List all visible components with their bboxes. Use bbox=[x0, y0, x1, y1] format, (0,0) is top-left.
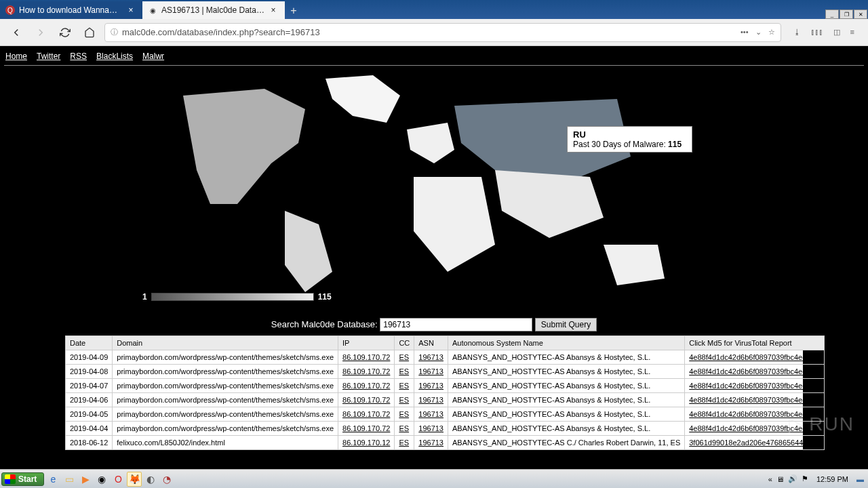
col-asn[interactable]: ASN bbox=[414, 336, 448, 350]
col-md5[interactable]: Click Md5 for VirusTotal Report bbox=[685, 336, 825, 350]
cell-asn[interactable]: 196713 bbox=[414, 350, 448, 365]
cell-cc[interactable]: ES bbox=[395, 379, 414, 393]
cell-ip[interactable]: 86.109.170.72 bbox=[338, 407, 395, 422]
world-map[interactable] bbox=[129, 68, 739, 306]
taskbar-chrome-icon[interactable]: ◉ bbox=[94, 472, 109, 487]
bookmark-icon[interactable]: ☆ bbox=[768, 28, 775, 37]
submit-query-button[interactable]: Submit Query bbox=[535, 318, 597, 331]
taskbar-explorer-icon[interactable]: ▭ bbox=[62, 472, 77, 487]
cell-ip[interactable]: 86.109.170.72 bbox=[338, 365, 395, 379]
start-button[interactable]: Start bbox=[1, 472, 44, 486]
cell-ip[interactable]: 86.109.170.12 bbox=[338, 436, 395, 450]
table-row: 2019-04-04primaybordon.com/wordpress/wp-… bbox=[66, 422, 825, 436]
library-icon[interactable]: ⫿⫿⫿ bbox=[811, 28, 823, 37]
tray-desktop-icon[interactable]: ▬ bbox=[856, 475, 864, 483]
col-asname[interactable]: Autonomous System Name bbox=[448, 336, 685, 350]
cell-md5[interactable]: 4e88f4d1dc42d6b6f0897039fbc4edc0 bbox=[685, 365, 825, 379]
cell-md5[interactable]: 4e88f4d1dc42d6b6f0897039fbc4edc0 bbox=[685, 422, 825, 436]
forward-button[interactable] bbox=[31, 23, 50, 42]
tray-clock[interactable]: 12:59 PM bbox=[812, 475, 852, 483]
cell-md5[interactable]: 4e88f4d1dc42d6b6f0897039fbc4edc0 bbox=[685, 393, 825, 407]
map-region-greenland[interactable] bbox=[326, 75, 400, 123]
browser-tab-inactive[interactable]: Q How to download WannaCry for t × bbox=[0, 1, 142, 19]
taskbar-app2-icon[interactable]: ◔ bbox=[159, 472, 174, 487]
maximize-button[interactable]: ❐ bbox=[840, 9, 853, 19]
tray-expand-icon[interactable]: « bbox=[768, 475, 772, 483]
home-button[interactable] bbox=[80, 23, 99, 42]
nav-right-actions: ⭳ ⫿⫿⫿ ◫ ≡ bbox=[787, 28, 861, 37]
map-region-africa[interactable] bbox=[414, 177, 495, 272]
taskbar: Start e ▭ ▶ ◉ O 🦊 ◐ ◔ « 🖥 🔊 ⚑ 12:59 PM ▬ bbox=[0, 469, 868, 488]
map-region-na[interactable] bbox=[183, 89, 305, 204]
table-row: 2019-04-05primaybordon.com/wordpress/wp-… bbox=[66, 407, 825, 422]
pocket-icon[interactable]: ⌄ bbox=[755, 28, 762, 37]
cell-asn[interactable]: 196713 bbox=[414, 407, 448, 422]
cell-cc[interactable]: ES bbox=[395, 350, 414, 365]
cell-ip[interactable]: 86.109.170.72 bbox=[338, 350, 395, 365]
url-bar[interactable]: ⓘ ••• ⌄ ☆ bbox=[104, 23, 781, 42]
cell-md5[interactable]: 3f061d99018e2ad206e47686564455d6 bbox=[685, 436, 825, 450]
cell-ip[interactable]: 86.109.170.72 bbox=[338, 422, 395, 436]
cell-asn[interactable]: 196713 bbox=[414, 379, 448, 393]
browser-tab-active[interactable]: ◉ AS196713 | Malc0de Database × bbox=[142, 1, 285, 19]
map-region-au[interactable] bbox=[604, 245, 665, 285]
map-region-eu[interactable] bbox=[407, 123, 454, 163]
more-icon[interactable]: ••• bbox=[741, 28, 749, 37]
close-icon[interactable]: × bbox=[269, 5, 278, 15]
reload-button[interactable] bbox=[56, 23, 75, 42]
minimize-button[interactable]: _ bbox=[825, 9, 839, 19]
cell-asn[interactable]: 196713 bbox=[414, 436, 448, 450]
page-viewport[interactable]: Home Twitter RSS BlackLists Malwr RU Pas… bbox=[0, 46, 868, 469]
col-cc[interactable]: CC bbox=[395, 336, 414, 350]
windows-logo-icon bbox=[5, 474, 16, 484]
cell-md5[interactable]: 4e88f4d1dc42d6b6f0897039fbc4edc0 bbox=[685, 379, 825, 393]
cell-date: 2019-04-09 bbox=[66, 350, 113, 365]
search-input[interactable] bbox=[380, 318, 532, 331]
col-date[interactable]: Date bbox=[66, 336, 113, 350]
tray-flag-icon[interactable]: ⚑ bbox=[802, 474, 808, 483]
close-window-button[interactable]: ✕ bbox=[854, 9, 867, 19]
tray-network-icon[interactable]: 🖥 bbox=[776, 475, 784, 483]
taskbar-firefox-icon[interactable]: 🦊 bbox=[127, 472, 142, 487]
cell-cc[interactable]: ES bbox=[395, 436, 414, 450]
cell-ip[interactable]: 86.109.170.72 bbox=[338, 379, 395, 393]
taskbar-ie-icon[interactable]: e bbox=[45, 472, 60, 487]
taskbar-app-icon[interactable]: ◐ bbox=[143, 472, 158, 487]
taskbar-media-icon[interactable]: ▶ bbox=[78, 472, 93, 487]
cell-date: 2019-04-07 bbox=[66, 379, 113, 393]
map-region-sa[interactable] bbox=[285, 211, 332, 292]
taskbar-opera-icon[interactable]: O bbox=[111, 472, 125, 487]
nav-rss[interactable]: RSS bbox=[70, 52, 87, 61]
col-domain[interactable]: Domain bbox=[113, 336, 338, 350]
cell-cc[interactable]: ES bbox=[395, 365, 414, 379]
nav-blacklists[interactable]: BlackLists bbox=[96, 52, 133, 61]
cell-cc[interactable]: ES bbox=[395, 422, 414, 436]
map-region-asia[interactable] bbox=[495, 170, 604, 238]
nav-home[interactable]: Home bbox=[5, 52, 27, 61]
new-tab-button[interactable]: + bbox=[285, 3, 302, 19]
sidebar-icon[interactable]: ◫ bbox=[833, 28, 840, 37]
cell-asname: ABANSYS_AND_HOSTYTEC-AS Abansys & Hostyt… bbox=[448, 393, 685, 407]
nav-twitter[interactable]: Twitter bbox=[37, 52, 60, 61]
cell-asn[interactable]: 196713 bbox=[414, 393, 448, 407]
cell-cc[interactable]: ES bbox=[395, 393, 414, 407]
cell-asn[interactable]: 196713 bbox=[414, 365, 448, 379]
cell-md5[interactable]: 4e88f4d1dc42d6b6f0897039fbc4edc0 bbox=[685, 407, 825, 422]
back-button[interactable] bbox=[7, 23, 26, 42]
cell-ip[interactable]: 86.109.170.72 bbox=[338, 393, 395, 407]
search-label: Search Malc0de Database: bbox=[271, 319, 378, 329]
close-icon[interactable]: × bbox=[126, 5, 136, 15]
downloads-icon[interactable]: ⭳ bbox=[793, 28, 801, 37]
menu-icon[interactable]: ≡ bbox=[850, 28, 854, 37]
cell-md5[interactable]: 4e88f4d1dc42d6b6f0897039fbc4edc0 bbox=[685, 350, 825, 365]
url-input[interactable] bbox=[122, 27, 736, 37]
nav-malwr[interactable]: Malwr bbox=[142, 52, 164, 61]
table-row: 2018-06-12felixuco.com/L850J02/index.htm… bbox=[66, 436, 825, 450]
tray-volume-icon[interactable]: 🔊 bbox=[788, 474, 797, 483]
cell-asn[interactable]: 196713 bbox=[414, 422, 448, 436]
site-info-icon[interactable]: ⓘ bbox=[111, 27, 118, 37]
tab-favicon-icon: Q bbox=[5, 5, 15, 15]
world-map-section: RU Past 30 Days of Malware: 115 1 115 bbox=[4, 68, 864, 312]
col-ip[interactable]: IP bbox=[338, 336, 395, 350]
cell-cc[interactable]: ES bbox=[395, 407, 414, 422]
